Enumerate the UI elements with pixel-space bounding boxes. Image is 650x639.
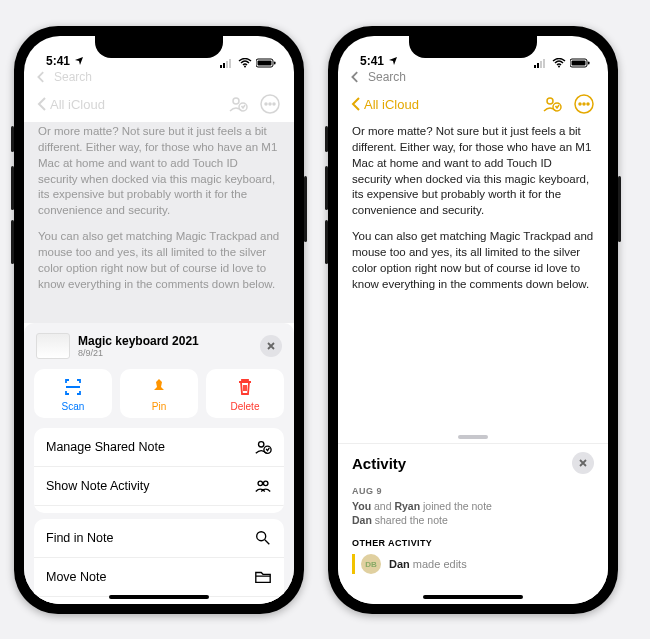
signal-icon	[220, 58, 234, 68]
sheet-grabber[interactable]	[458, 435, 488, 439]
wifi-icon	[552, 58, 566, 68]
svg-point-18	[257, 531, 266, 540]
pin-button[interactable]: Pin	[120, 369, 198, 418]
svg-rect-26	[572, 61, 586, 66]
svg-rect-27	[588, 62, 590, 65]
notch	[95, 36, 223, 58]
pin-label: Pin	[152, 401, 166, 412]
sheet-date: 8/9/21	[78, 348, 199, 358]
note-thumbnail	[36, 333, 70, 359]
more-button[interactable]	[572, 92, 596, 116]
show-note-activity[interactable]: Show Note Activity	[34, 467, 284, 506]
search-label: Search	[368, 70, 406, 84]
back-button[interactable]: All iCloud	[350, 96, 419, 112]
scan-button[interactable]: Scan	[34, 369, 112, 418]
wifi-icon	[238, 58, 252, 68]
svg-point-33	[587, 103, 589, 105]
svg-rect-3	[229, 59, 231, 68]
chevron-left-icon	[350, 96, 362, 112]
svg-rect-21	[537, 63, 539, 68]
svg-rect-2	[226, 61, 228, 68]
home-indicator[interactable]	[109, 595, 209, 599]
note-content: Or more matte? Not sure but it just feel…	[24, 122, 294, 323]
scan-label: Scan	[62, 401, 85, 412]
svg-point-16	[258, 481, 263, 486]
svg-rect-22	[540, 61, 542, 68]
ellipsis-circle-icon	[260, 94, 280, 114]
svg-point-12	[269, 103, 271, 105]
notch	[409, 36, 537, 58]
activity-edit-entry[interactable]: DB Dan made edits	[352, 554, 594, 574]
menu-label: Move Note	[46, 570, 106, 584]
folder-icon	[254, 568, 272, 586]
note-paragraph: You can also get matching Magic Trackpad…	[352, 229, 594, 292]
search-row: Search	[338, 70, 608, 88]
avatar: DB	[361, 554, 381, 574]
activity-date: AUG 9	[352, 486, 594, 496]
nav-bar: All iCloud	[24, 88, 294, 122]
svg-rect-1	[223, 63, 225, 68]
sheet-title: Magic keyboard 2021	[78, 334, 199, 348]
send-a-copy[interactable]: Send a Copy	[34, 506, 284, 513]
delete-button[interactable]: Delete	[206, 369, 284, 418]
activity-entry: Dan shared the note	[352, 514, 594, 526]
find-in-note[interactable]: Find in Note	[34, 519, 284, 558]
search-icon	[254, 529, 272, 547]
pin-icon	[149, 377, 169, 397]
back-button[interactable]: All iCloud	[36, 96, 105, 112]
search-row: Search	[24, 70, 294, 88]
chevron-left-icon	[36, 71, 48, 83]
menu-group-2: Find in Note Move Note Lines & Grids	[34, 519, 284, 604]
svg-point-8	[233, 98, 239, 104]
ellipsis-circle-icon	[574, 94, 594, 114]
chevron-left-icon	[350, 71, 362, 83]
person-badge-icon	[254, 438, 272, 456]
svg-point-28	[547, 98, 553, 104]
close-icon	[578, 458, 588, 468]
menu-label: Show Note Activity	[46, 479, 150, 493]
back-label: All iCloud	[50, 97, 105, 112]
phone-left: 5:41 Search All iCloud	[14, 26, 304, 614]
activity-panel: Activity AUG 9 You and Ryan joined the n…	[338, 443, 608, 604]
svg-rect-6	[258, 61, 272, 66]
menu-label: Find in Note	[46, 531, 113, 545]
note-paragraph: You can also get matching Magic Trackpad…	[38, 229, 280, 292]
search-label: Search	[54, 70, 92, 84]
manage-shared-note[interactable]: Manage Shared Note	[34, 428, 284, 467]
chevron-left-icon	[36, 96, 48, 112]
svg-rect-7	[274, 62, 276, 65]
activity-title: Activity	[352, 455, 406, 472]
delete-label: Delete	[231, 401, 260, 412]
battery-icon	[256, 58, 276, 68]
collaborate-button[interactable]	[540, 92, 564, 116]
close-button[interactable]	[260, 335, 282, 357]
activity-section-header: OTHER ACTIVITY	[352, 538, 594, 548]
move-note[interactable]: Move Note	[34, 558, 284, 597]
action-sheet: Magic keyboard 2021 8/9/21 Scan Pin	[24, 323, 294, 604]
note-paragraph: Or more matte? Not sure but it just feel…	[38, 124, 280, 219]
collaborate-button[interactable]	[226, 92, 250, 116]
people-icon	[254, 477, 272, 495]
svg-point-4	[244, 66, 246, 68]
scan-icon	[63, 377, 83, 397]
close-icon	[266, 341, 276, 351]
svg-rect-0	[220, 65, 222, 68]
close-button[interactable]	[572, 452, 594, 474]
svg-point-13	[273, 103, 275, 105]
more-button[interactable]	[258, 92, 282, 116]
activity-entry: You and Ryan joined the note	[352, 500, 594, 512]
note-content[interactable]: Or more matte? Not sure but it just feel…	[338, 122, 608, 305]
svg-rect-20	[534, 65, 536, 68]
person-badge-icon	[228, 94, 248, 114]
person-badge-icon	[542, 94, 562, 114]
trash-icon	[235, 377, 255, 397]
svg-point-11	[265, 103, 267, 105]
svg-point-31	[579, 103, 581, 105]
location-icon	[388, 56, 398, 66]
signal-icon	[534, 58, 548, 68]
menu-label: Manage Shared Note	[46, 440, 165, 454]
battery-icon	[570, 58, 590, 68]
phone-right: 5:41 Search All iCloud	[328, 26, 618, 614]
home-indicator[interactable]	[423, 595, 523, 599]
svg-rect-23	[543, 59, 545, 68]
